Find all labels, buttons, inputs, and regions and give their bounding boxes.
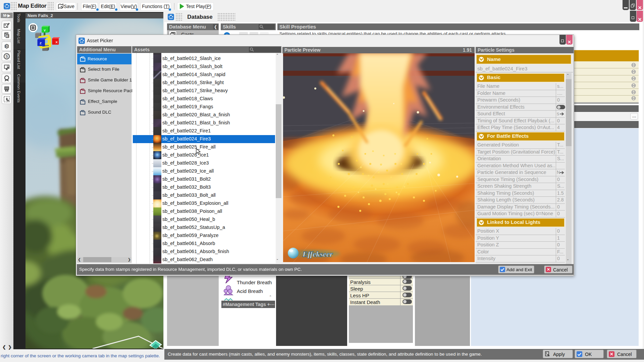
svg-text:D: D — [6, 45, 8, 48]
svg-text:Z: Z — [40, 41, 42, 45]
svg-text:S: S — [5, 54, 8, 58]
svg-text:Y: Y — [44, 28, 46, 32]
svg-text:X: X — [55, 40, 58, 44]
svg-text:Effekseer: Effekseer — [302, 250, 333, 258]
svg-text:R: R — [6, 35, 8, 38]
